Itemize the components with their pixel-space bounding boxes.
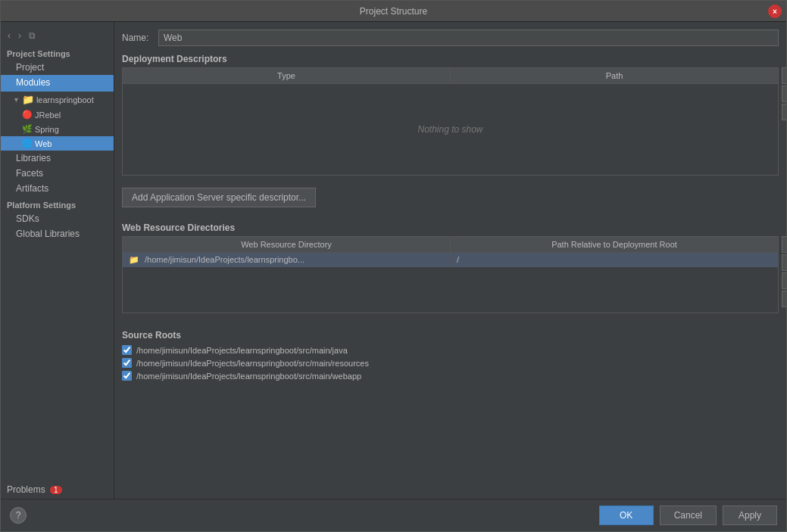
source-root-row-1: /home/jimisun/IdeaProjects/learnspringbo… <box>122 356 786 369</box>
sidebar-item-project[interactable]: Project <box>1 60 114 75</box>
copy-button[interactable]: ⧉ <box>27 29 38 42</box>
source-root-checkbox-2[interactable] <box>122 371 132 381</box>
title-bar: Project Structure × <box>1 1 786 22</box>
spring-icon: 🌿 <box>22 124 33 134</box>
ok-button[interactable]: OK <box>599 506 654 525</box>
source-roots-title: Source Roots <box>122 330 786 341</box>
source-root-checkbox-0[interactable] <box>122 345 132 355</box>
tree-web[interactable]: 🌐 Web <box>1 136 114 151</box>
tree-spring[interactable]: 🌿 Spring <box>1 122 114 136</box>
modules-label: Modules <box>16 77 108 88</box>
right-panel: Name: Deployment Descriptors Type Path N… <box>114 22 786 499</box>
web-resource-remove-button[interactable]: − <box>782 254 786 271</box>
type-column-header: Type <box>123 68 451 83</box>
sidebar-item-libraries[interactable]: Libraries <box>1 151 114 166</box>
name-input[interactable] <box>158 30 779 46</box>
web-resource-dir-cell: 📁 /home/jimisun/IdeaProjects/learnspring… <box>123 253 451 267</box>
dialog-title: Project Structure <box>360 6 427 17</box>
name-row: Name: <box>122 30 786 46</box>
path-relative-cell: / <box>451 253 778 267</box>
project-settings-label: Project Settings <box>1 46 114 60</box>
web-resource-directories-table: Web Resource Directory Path Relative to … <box>122 236 779 313</box>
sidebar-item-facets[interactable]: Facets <box>1 166 114 181</box>
tree-root[interactable]: ▼ 📁 learnspringboot <box>1 92 114 107</box>
deployment-descriptors-header: Type Path <box>123 68 778 84</box>
web-resource-row[interactable]: 📁 /home/jimisun/IdeaProjects/learnspring… <box>123 253 778 267</box>
source-root-row-0: /home/jimisun/IdeaProjects/learnspringbo… <box>122 344 786 356</box>
source-root-label-0: /home/jimisun/IdeaProjects/learnspringbo… <box>136 346 348 355</box>
dir-icon: 📁 <box>129 255 139 264</box>
folder-icon: 📁 <box>22 94 34 105</box>
source-root-checkbox-1[interactable] <box>122 358 132 368</box>
deployment-side-buttons: + − ✎ <box>782 67 786 120</box>
sidebar-item-global-libraries[interactable]: Global Libraries <box>1 226 114 241</box>
deployment-descriptors-title: Deployment Descriptors <box>122 54 786 64</box>
path-column-header: Path <box>451 68 778 83</box>
web-resource-add-button[interactable]: + <box>782 236 786 253</box>
problems-badge: 1 <box>50 486 62 494</box>
back-button[interactable]: ‹ <box>5 29 13 42</box>
web-resource-edit-button[interactable]: ✎ <box>782 272 786 289</box>
source-root-label-1: /home/jimisun/IdeaProjects/learnspringbo… <box>136 359 369 368</box>
bottom-bar: ? OK Cancel Apply <box>1 499 786 531</box>
source-root-row-2: /home/jimisun/IdeaProjects/learnspringbo… <box>122 369 786 382</box>
web-resource-header: Web Resource Directory Path Relative to … <box>123 237 778 253</box>
forward-button[interactable]: › <box>16 29 23 42</box>
platform-settings-label: Platform Settings <box>1 196 114 211</box>
web-resource-dir-header: Web Resource Directory <box>123 237 451 252</box>
sidebar-item-modules[interactable]: Modules <box>1 75 114 92</box>
web-resource-side-buttons: + − ✎ ? <box>782 236 786 307</box>
sidebar-item-artifacts[interactable]: Artifacts <box>1 181 114 196</box>
nav-controls: ‹ › ⧉ <box>1 25 114 46</box>
project-structure-dialog: Project Structure × ‹ › ⧉ Project Settin… <box>0 0 787 532</box>
tree-jrebel[interactable]: 🔴 JRebel <box>1 107 114 122</box>
deployment-descriptors-empty: Nothing to show <box>123 84 778 175</box>
bottom-left: ? <box>10 507 593 524</box>
sidebar-item-problems[interactable]: Problems 1 <box>1 481 114 499</box>
deployment-descriptors-table: Type Path Nothing to show <box>122 67 779 176</box>
web-resource-directories-title: Web Resource Directories <box>122 222 786 233</box>
name-label: Name: <box>122 33 152 43</box>
main-content: ‹ › ⧉ Project Settings Project Modules ▼ <box>1 22 786 499</box>
add-server-button[interactable]: Add Application Server specific descript… <box>122 188 316 207</box>
tree-expand-icon: ▼ <box>13 96 20 104</box>
jrebel-icon: 🔴 <box>22 110 33 120</box>
web-resource-help-button[interactable]: ? <box>782 291 786 307</box>
source-roots-section: Source Roots /home/jimisun/IdeaProjects/… <box>122 330 786 382</box>
deployment-remove-button[interactable]: − <box>782 86 786 102</box>
sidebar-item-sdks[interactable]: SDKs <box>1 211 114 226</box>
close-button[interactable]: × <box>768 5 782 18</box>
cancel-button[interactable]: Cancel <box>660 506 717 525</box>
path-relative-header: Path Relative to Deployment Root <box>451 237 778 252</box>
deployment-add-button[interactable]: + <box>782 67 786 84</box>
web-icon: 🌐 <box>22 138 33 148</box>
deployment-edit-button[interactable]: ✎ <box>782 104 786 120</box>
source-root-label-2: /home/jimisun/IdeaProjects/learnspringbo… <box>136 372 361 381</box>
sidebar: ‹ › ⧉ Project Settings Project Modules ▼ <box>1 22 114 499</box>
apply-button[interactable]: Apply <box>723 506 777 525</box>
help-button[interactable]: ? <box>10 507 27 524</box>
